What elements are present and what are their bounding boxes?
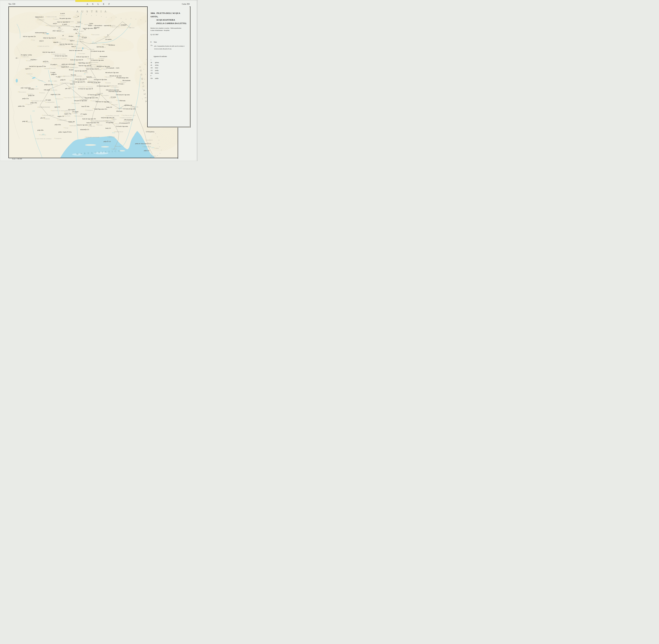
panel-source-text: Q. ALI 1081: [151, 34, 158, 35]
apparato-item-word: pidę́la: [155, 77, 158, 79]
map-place-label: Vernasso: [120, 82, 126, 83]
map-place-label: Postoncicco: [55, 98, 63, 99]
svg-text:✕: ✕: [157, 136, 158, 137]
apparato-item-word: pinę́lę: [155, 70, 158, 71]
apparato-item: P: [151, 75, 187, 76]
map-place-label: Ludária: [53, 19, 59, 20]
map-point-label: 108 pidéla: [28, 88, 34, 90]
map-point-label: bọ́sul da l ága sánta 12: [57, 21, 70, 23]
map-place-label: Corbolone: [39, 134, 46, 136]
map-point-label: 199a akụaśantę́l: [124, 119, 133, 120]
map-place-label: MÓGGIO: [90, 43, 97, 44]
map-point-label: pinę́la 121a: [22, 98, 29, 99]
apparato-item-number: 92b: [151, 77, 155, 79]
yellow-top-tab: [75, 0, 102, 2]
map-point-label: pidę́la 78: [51, 73, 56, 75]
svg-text:✕: ✕: [146, 49, 147, 50]
map-point-label: 115 búśul de áge sánte ○: [97, 85, 110, 87]
map-point-label: 103a bučín de áge śánte: [106, 89, 119, 91]
map-point-label: búśul de ǻge sánte 97a: [73, 81, 85, 83]
map-point-label: 38 ○: [16, 58, 18, 59]
map-point-label: siņglús 175a: [64, 113, 71, 115]
map-ref-number: 223a: [151, 147, 154, 148]
map-point-label: 67a krupíụnik — bučín: [107, 67, 119, 69]
map-point-label: pidę́la 139a: [18, 105, 24, 107]
map-place-label: Lugugnana: [54, 138, 62, 139]
svg-text:✕: ✕: [91, 15, 92, 16]
svg-text:✕: ✕: [145, 21, 146, 22]
map-place-label: RIVIGNANO: [74, 115, 83, 117]
map-place-label: Gorgo: [64, 127, 68, 129]
apparato-item-number: 38: [151, 62, 155, 63]
map-point-label: 127 búsul de áge sánte: [88, 94, 100, 95]
map-place-label: FIUMICELLO: [114, 131, 123, 133]
apparato-item-word: bučíne: [155, 72, 159, 74]
scale-note: Scala 1: 300.000: [12, 158, 22, 160]
map-place-label: COMEGLIÁNS: [60, 25, 70, 26]
map-place-label: CHIOPRIS VISCONE: [106, 115, 119, 116]
map-place-label: Felettano: [92, 83, 98, 84]
map-point-label: bụ́śul 83a: [87, 76, 92, 78]
map-place-label: PINZANO AL TAGLIAMENTO: [63, 75, 82, 77]
map-point-label: 86 bučín de áge sánte: [110, 75, 121, 76]
map-point-label: 146a búsul da l áge sánte: [95, 101, 109, 102]
map-place-label: Sedrano: [39, 92, 45, 93]
map-place-label: Illégio: [78, 39, 84, 40]
note-item-body: l’acquasantiera di pietra che nelle case…: [154, 45, 184, 50]
map-place-label: Straccis: [64, 112, 70, 113]
map-point-label: sik'ę́l / sęk'ę́l 17: [52, 30, 61, 31]
map-place-label: Ciconicco: [78, 86, 85, 88]
note-item-word: pila,: [154, 45, 157, 47]
svg-text:✕: ✕: [140, 19, 141, 20]
atlas-page: Tav. 559 A S L E F Carta 393: [0, 0, 198, 161]
map-point-label: ğoϑę́ta 109: [28, 95, 34, 96]
map-place-label: VENZONE: [87, 49, 94, 50]
map-point-label: sek'ę́l 41a: [43, 61, 48, 62]
map-place-label: Interneppo: [78, 53, 85, 54]
panel-subtitle-line1: Bénitier de la chambre à coucher - Weihw…: [151, 27, 187, 29]
map-place-label: San Martino del Carso: [122, 115, 136, 116]
panel-source-footnote-mark: 1: [158, 33, 159, 34]
map-place-label: PALUZZA: [76, 23, 83, 24]
map-place-label: Navaróns: [49, 68, 56, 69]
map-place-label: CLAUT: [26, 60, 32, 62]
svg-text:✕: ✕: [146, 59, 147, 60]
panel-subtitle-line2: in dem Schlafzimmer - Kropilnik: [151, 29, 187, 31]
svg-text:✕: ✕: [145, 74, 146, 75]
svg-text:✕: ✕: [81, 14, 82, 15]
map-point-label: píle 112a: [65, 88, 70, 89]
map-point-label: basị́ņ da l ǻge sánte 196: [101, 117, 114, 118]
map-place-label: RUDA: [112, 119, 117, 120]
map-place-label: Poffabro: [44, 68, 50, 69]
svg-text:✕: ✕: [159, 146, 160, 147]
map-point-label: pilę́la 223: [144, 150, 150, 151]
map-point-label: 39 sinğelíņ / sečelíņ: [21, 54, 32, 55]
map-place-label: CORDOVADO: [57, 119, 67, 121]
map-place-label: Mels: [84, 72, 88, 73]
svg-text:✕: ✕: [159, 140, 159, 141]
map-place-label: Timau: [73, 17, 78, 18]
map-point-label: 75 siglúč: [50, 72, 55, 73]
svg-text:✕: ✕: [144, 79, 145, 80]
map-point-label: píla 172: [41, 117, 45, 118]
map-point-label: bučíņ da l ága sánta 50: [70, 59, 83, 60]
map-point-label: buzín de l áge sánte 193: [83, 118, 96, 119]
map-point-label: ǰíχnavəz 34a: [97, 46, 104, 47]
map-corner-cutout: [178, 128, 191, 159]
map-point-label: siņglús 189: [68, 121, 75, 122]
map-place-label: Luincis: [58, 28, 63, 30]
map-point-label: pidę́la 93: [60, 79, 66, 80]
map-point-label: búśul 96: [70, 83, 75, 85]
map-place-label: Zompicchia: [72, 103, 79, 104]
map-point-label: 52 búsul da l áge sánte: [91, 60, 104, 61]
map-place-label: San Páolo: [64, 115, 70, 117]
map-place-label: AZZANO DÉCIMO: [42, 115, 54, 116]
map-point-label: 215a akụasantél Ⓟ: [119, 122, 130, 124]
map-place-label: ARTA: [79, 30, 84, 32]
map-point-label: 88a kropíụńak: [122, 79, 131, 81]
map-point-label: bụ́sul da l ǻgä sántä 36a: [60, 43, 73, 45]
svg-text:✕: ✕: [158, 143, 158, 144]
map-point-label: bok'alúč da l ága sánta Ⓟ 56a: [29, 66, 46, 67]
apparato-item-number: P: [151, 75, 155, 76]
info-panel: 3004. PILETTA DELL’ACQUA SANTA, ACQUASAN…: [147, 6, 190, 127]
